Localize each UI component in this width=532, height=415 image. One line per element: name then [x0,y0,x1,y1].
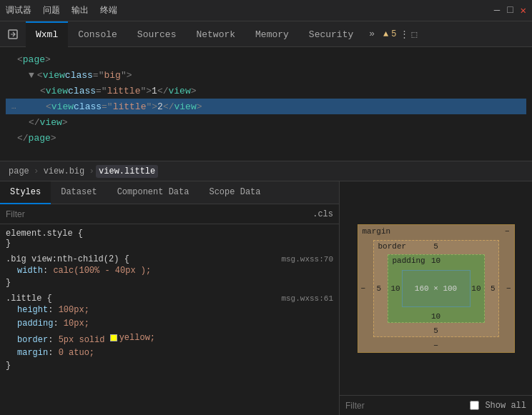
back-button[interactable] [0,21,26,47]
code-line-view-little-1[interactable]: <view class="little" >1</view> [6,83,526,99]
menu-output[interactable]: 输出 [72,4,89,16]
code-line-page-open[interactable]: <page> [6,51,526,67]
breadcrumb: page › view.big › view.little [0,161,532,181]
css-prop-border: border: 5px solid yellow; [6,331,333,347]
prop-value-height: 100px; [59,305,89,315]
css-selector-text: element.style { [6,229,83,239]
boxmodel-container: margin − − − − border 5 5 5 5 pad [340,181,532,395]
margin-bottom-val: − [433,341,438,350]
code-line-view-big-open[interactable]: ▼ <view class="big" > [6,67,526,83]
warning-badge: ▲ 5 [383,29,396,39]
prop-value-width: calc(100% - 40px ); [53,266,151,276]
more-tabs-button[interactable]: » [363,29,380,39]
bottom-panel: Styles Dataset Component Data Scope Data… [0,181,532,415]
source-link-big[interactable]: msg.wxss:70 [281,255,333,264]
margin-left-val: − [361,284,366,293]
prop-value-padding: 10px; [64,319,89,329]
css-prop-padding: padding: 10px; [6,317,333,331]
border-label: border [378,242,407,251]
padding-bottom-val: 10 [431,312,440,321]
prop-name-height: height [17,305,48,315]
box-model-diagram: margin − − − − border 5 5 5 5 pad [358,224,515,353]
breadcrumb-page[interactable]: page [6,165,32,178]
prop-value-margin: 0 atuo; [59,348,94,358]
tab-scope-data[interactable]: Scope Data [199,181,270,204]
ellipsis-icon: … [11,102,16,111]
margin-right-val: − [506,284,511,293]
border-right-val: 5 [491,284,496,293]
styles-tabs: Styles Dataset Component Data Scope Data [0,181,339,204]
close-button[interactable]: ✕ [521,4,526,16]
boxmodel-filter-row: Show all [340,395,532,415]
css-rule-element-style: element.style { } [6,229,333,249]
tab-console[interactable]: Console [68,21,127,47]
tab-sources[interactable]: Sources [127,21,187,47]
margin-label: margin [363,227,391,236]
prop-name-width: width [17,266,43,276]
tab-network[interactable]: Network [186,21,245,47]
content-size-label: 160 × 100 [415,284,457,293]
breadcrumb-sep-2: › [89,166,94,176]
titlebar: 调试器 问题 输出 终端 — □ ✕ [0,0,532,21]
border-top-val: 5 [433,242,438,251]
dev-tools-tabs: Wxml Console Sources Network Memory Secu… [0,21,532,47]
css-selector-big-text: .big view:nth-child(2) { [6,254,129,264]
tab-component-data[interactable]: Component Data [107,181,200,204]
code-line-view-little-2[interactable]: … <view class="little" >2</view> [6,99,526,114]
maximize-button[interactable]: □ [507,4,513,16]
tab-memory[interactable]: Memory [245,21,299,47]
css-selector-element: element.style { [6,229,333,239]
padding-top-val: 10 [431,256,440,265]
prop-value-border-color: yellow; [110,331,155,345]
menu-issue[interactable]: 问题 [43,4,60,16]
menu-terminal[interactable]: 终端 [100,4,117,16]
code-line-page-close[interactable]: </page> [6,130,526,146]
tab-options-button[interactable]: ⋮ [400,29,409,40]
styles-content: element.style { } .big view:nth-child(2)… [0,224,339,415]
padding-left-val: 10 [391,284,400,293]
css-rule-close-1: } [6,239,333,249]
warning-count: 5 [391,29,396,39]
prop-value-border-prefix: 5px solid [59,334,110,344]
styles-panel: Styles Dataset Component Data Scope Data… [0,181,340,415]
code-line-view-close[interactable]: </view> [6,114,526,130]
xml-code-panel: <page> ▼ <view class="big" > <view class… [0,47,532,161]
show-all-checkbox[interactable] [470,401,479,410]
tab-dataset[interactable]: Dataset [51,181,107,204]
tab-wxml[interactable]: Wxml [26,21,68,47]
styles-filter-row: .cls [0,204,339,224]
minimize-button[interactable]: — [494,4,500,16]
warning-icon: ▲ [383,29,388,39]
css-selector-little: .little { msg.wxss:61 [6,294,333,304]
boxmodel-panel: margin − − − − border 5 5 5 5 pad [340,181,532,415]
css-prop-height: height: 100px; [6,304,333,317]
breadcrumb-view-little[interactable]: view.little [96,165,158,178]
prop-name-border: border [17,334,48,344]
border-bottom-val: 5 [433,326,438,335]
color-name-yellow: yellow; [119,331,155,345]
styles-filter-input[interactable] [6,209,312,219]
border-left-val: 5 [377,284,382,293]
css-rule-close-2: } [6,278,333,288]
css-prop-margin: margin: 0 atuo; [6,346,333,360]
css-rule-close-3: } [6,361,333,371]
layout-button[interactable]: ⬚ [412,29,418,40]
css-selector-little-text: .little { [6,294,52,304]
menu-debugger[interactable]: 调试器 [6,4,31,16]
cls-button[interactable]: .cls [312,209,333,219]
prop-name-padding: padding [17,319,53,329]
css-rule-big-nth: .big view:nth-child(2) { msg.wxss:70 wid… [6,254,333,288]
margin-minus: − [505,227,510,236]
padding-label: padding [393,256,425,265]
tab-styles[interactable]: Styles [0,181,51,204]
css-rule-little: .little { msg.wxss:61 height: 100px; pad… [6,294,333,370]
css-selector-big-nth: .big view:nth-child(2) { msg.wxss:70 [6,254,333,264]
tab-security[interactable]: Security [299,21,363,47]
boxmodel-filter-input[interactable] [345,401,464,411]
breadcrumb-sep-1: › [34,166,39,176]
padding-right-val: 10 [471,284,481,293]
breadcrumb-view-big[interactable]: view.big [41,165,88,178]
color-swatch-yellow[interactable] [110,334,117,341]
css-prop-width: width: calc(100% - 40px ); [6,264,333,278]
source-link-little[interactable]: msg.wxss:61 [281,294,333,303]
